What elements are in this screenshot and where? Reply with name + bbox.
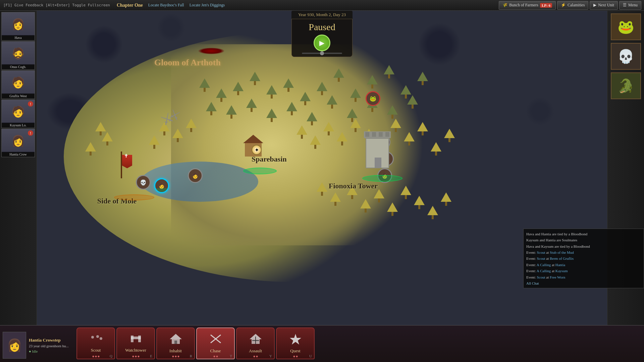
fionoxia-label: Fionoxia Tower: [329, 182, 378, 190]
merlon: [385, 132, 389, 137]
menu-button[interactable]: ☰ Menu: [619, 1, 641, 10]
chat-link-hantia[interactable]: Hantia: [555, 263, 565, 267]
char-name: Hantia Crowstep: [29, 338, 69, 343]
tower-building: [366, 131, 392, 168]
chat-line-4: Event: Scout at Stub of the Mud: [526, 250, 641, 255]
chat-link-stub[interactable]: Stub of the Mud: [550, 250, 574, 254]
slider-thumb[interactable]: [320, 51, 324, 55]
svg-rect-5: [131, 337, 141, 339]
action-quest[interactable]: Quest U: [276, 327, 315, 359]
chat-link-kaysum[interactable]: Kaysum: [555, 269, 568, 273]
slider-track[interactable]: [302, 53, 342, 54]
portrait-onus-name: Onus Cogb.: [2, 64, 35, 69]
chat-line-2: Kaysum and Hantia are Soulmates: [526, 238, 641, 243]
next-unit-label: Next Unit: [598, 3, 614, 8]
merlon: [365, 132, 369, 137]
banner-cross: ✝: [124, 153, 128, 159]
quest-icon: [289, 333, 302, 347]
enemy-unit[interactable]: 🐸: [366, 91, 380, 106]
dot: [98, 356, 99, 357]
war-banner: ✝: [121, 152, 122, 178]
map-unit-character1[interactable]: 🧑: [188, 168, 203, 183]
quest1-link[interactable]: Locate Baydnoc's Fall: [148, 3, 184, 8]
action-scout[interactable]: Scout Q: [76, 327, 115, 359]
char-portrait-big[interactable]: 👩: [3, 332, 26, 359]
chat-all-link[interactable]: All Chat: [526, 281, 641, 285]
sparebasin-marker[interactable]: ✦: [252, 145, 262, 155]
calamities-icon: ⚡: [561, 3, 566, 8]
inhabit-dots: [172, 356, 179, 357]
portrait-gruflix[interactable]: 🧑 Gruflix West: [1, 70, 35, 99]
next-unit-button[interactable]: ▶ Next Unit: [590, 1, 618, 10]
town-marker-icon: ✦: [252, 145, 262, 155]
portrait-hantia-name: Hantia Crow: [2, 152, 35, 157]
action-inhabit[interactable]: Inhabit R: [156, 327, 195, 359]
right-portrait-2[interactable]: 💀: [611, 43, 641, 70]
merlon: [379, 132, 383, 137]
action-assault[interactable]: Assault Y: [236, 327, 275, 359]
top-right-controls: 🌾 Bunch of Farmers LP: 6 ⚡ Calamities ▶ …: [499, 1, 644, 10]
chapter-title: Chapter One: [117, 3, 143, 8]
chase-label: Chase: [210, 348, 221, 354]
portrait-kaysum[interactable]: 🧑 ! Kaysum Lo.: [1, 100, 35, 128]
quest2-link[interactable]: Locate Jen's Diggings: [190, 3, 225, 8]
svg-point-0: [91, 336, 94, 339]
quest-dots: [293, 356, 298, 357]
scout-key: Q: [110, 354, 112, 358]
svg-point-1: [96, 335, 99, 338]
dot: [216, 356, 218, 357]
chat-link-calling2[interactable]: A Calling: [537, 269, 551, 273]
chat-link-berm[interactable]: Berm of Gruflix: [550, 256, 574, 260]
action-chase[interactable]: Chase T: [196, 327, 235, 359]
play-button[interactable]: ▶: [314, 35, 330, 51]
dot: [213, 356, 215, 357]
chat-link-scout3[interactable]: Scout: [537, 275, 545, 279]
gloom-label: Gloom of Arthoth: [154, 58, 221, 68]
dot: [175, 356, 176, 357]
quest-key: U: [309, 354, 312, 358]
right-portrait-3[interactable]: 🐊: [611, 72, 641, 99]
chat-link-calling1[interactable]: A Calling: [537, 263, 551, 267]
paused-text: Paused: [302, 22, 342, 33]
calamities-button[interactable]: ⚡ Calamities: [557, 1, 588, 10]
char-description: 23 year old greenhorn hu...: [29, 344, 69, 348]
pause-display: Year 930, Month 2, Day 23 Paused ▶: [291, 11, 353, 57]
chat-link-scout1[interactable]: Scout: [537, 250, 545, 254]
chat-line-6: Event: A Calling at Hantia: [526, 262, 641, 267]
map-unit-skull[interactable]: 💀: [136, 175, 151, 190]
assault-icon: [249, 333, 262, 347]
feedback-hint: [F1] Give Feedback [Alt+Enter] Toggle Fu…: [0, 3, 113, 7]
portrait-gruflix-face: 🧑: [2, 71, 35, 94]
dot: [95, 356, 97, 357]
map-area: Gloom of Arthoth: [37, 11, 607, 362]
assault-dots: [253, 356, 258, 357]
fionoxia-aura: [362, 175, 402, 182]
svg-point-2: [100, 337, 102, 340]
watchtower-label: Watchtower: [125, 348, 146, 353]
portrait-hantia-alert: !: [28, 130, 33, 136]
svg-marker-15: [290, 334, 301, 345]
action-watchtower[interactable]: Watchtower E: [116, 327, 155, 359]
chase-icon: [209, 333, 222, 347]
party-button[interactable]: 🌾 Bunch of Farmers LP: 6: [499, 1, 556, 10]
assault-key: Y: [269, 354, 272, 358]
chat-link-scout2[interactable]: Scout: [537, 256, 545, 260]
calamities-label: Calamities: [568, 3, 585, 8]
assault-label: Assault: [249, 348, 262, 354]
portrait-onus-face: 🧔: [2, 42, 35, 65]
portrait-hantia[interactable]: 👩 ! Hantia Crow: [1, 129, 35, 157]
watchtower-dots: [132, 356, 139, 357]
chat-area: Hava and Hantia are tied by a Bloodbond …: [523, 229, 644, 288]
menu-label: Menu: [628, 3, 638, 8]
svg-marker-6: [170, 334, 182, 339]
location-aura: [243, 168, 277, 174]
portrait-onus[interactable]: 🧔 Onus Cogb.: [1, 41, 35, 70]
chat-line-7: Event: A Calling at Kaysum: [526, 268, 641, 274]
right-portrait-1[interactable]: 🐸: [611, 13, 641, 40]
map-unit-selected[interactable]: 🧑: [154, 178, 169, 193]
portrait-hava[interactable]: 👩 Hava: [1, 12, 35, 41]
party-label: Bunch of Farmers: [509, 3, 538, 8]
dot: [256, 356, 258, 357]
dot: [177, 356, 179, 357]
chat-link-freeworn[interactable]: Free Worn: [550, 275, 565, 279]
